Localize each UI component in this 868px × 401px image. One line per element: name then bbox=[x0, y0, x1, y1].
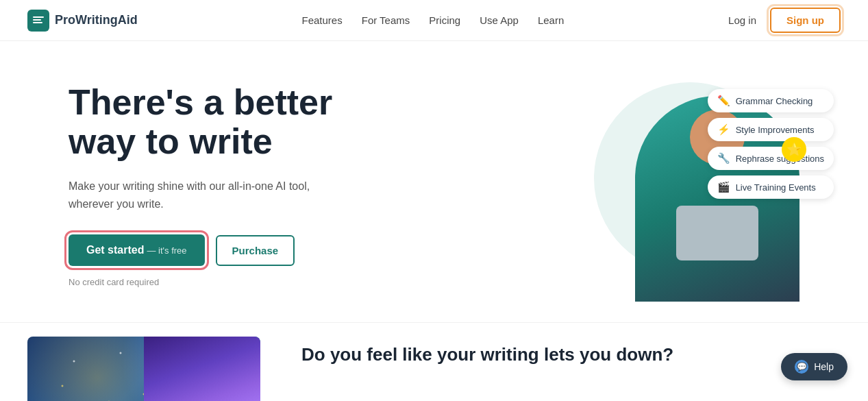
logo-link[interactable]: ProWritingAid bbox=[27, 10, 138, 32]
svg-rect-1 bbox=[33, 19, 41, 21]
feature-pills: ✏️ Grammar Checking ⚡ Style Improvements… bbox=[708, 89, 834, 199]
hero-title: There's a better way to write bbox=[69, 83, 441, 161]
bottom-title: Do you feel like your writing lets you d… bbox=[301, 343, 799, 367]
logo-icon bbox=[27, 10, 49, 32]
nav-features[interactable]: Features bbox=[302, 14, 343, 26]
bottom-section: Do you feel like your writing lets you d… bbox=[0, 322, 868, 401]
get-started-button[interactable]: Get started— it's free bbox=[69, 234, 205, 266]
logo-text: ProWritingAid bbox=[55, 13, 138, 27]
nav-links: Features For Teams Pricing Use App Learn bbox=[302, 14, 565, 27]
hero-buttons: Get started— it's free Purchase bbox=[69, 234, 441, 266]
pill-rephrase: 🔧 Rephrase suggestions bbox=[708, 147, 834, 170]
person-laptop bbox=[676, 206, 758, 260]
pill-grammar: ✏️ Grammar Checking bbox=[708, 89, 834, 112]
no-credit-card-note: No credit card required bbox=[69, 277, 441, 287]
chat-icon: 💬 bbox=[795, 360, 808, 374]
star-badge: ⭐ bbox=[782, 137, 806, 162]
nav-right: Log in Sign up bbox=[728, 8, 841, 33]
camera-icon: 🎬 bbox=[717, 181, 730, 193]
hero-content: There's a better way to write Make your … bbox=[69, 83, 441, 288]
signup-button[interactable]: Sign up bbox=[770, 8, 841, 33]
bottom-content: Do you feel like your writing lets you d… bbox=[301, 337, 799, 367]
nav-use-app[interactable]: Use App bbox=[480, 14, 519, 26]
bottom-artwork bbox=[27, 337, 260, 401]
hero-illustration: ⭐ ...and more! ✏️ Grammar Checking ⚡ Sty… bbox=[469, 69, 841, 302]
second-artwork bbox=[144, 337, 260, 401]
nav-for-teams[interactable]: For Teams bbox=[362, 14, 410, 26]
pill-style: ⚡ Style Improvements bbox=[708, 118, 834, 141]
svg-rect-2 bbox=[33, 22, 42, 23]
nav-pricing[interactable]: Pricing bbox=[429, 14, 460, 26]
hero-subtitle: Make your writing shine with our all-in-… bbox=[69, 178, 315, 212]
wrench-icon: 🔧 bbox=[717, 152, 730, 165]
login-link[interactable]: Log in bbox=[728, 14, 756, 26]
help-button[interactable]: 💬 Help bbox=[781, 353, 847, 380]
navbar: ProWritingAid Features For Teams Pricing… bbox=[0, 0, 868, 41]
artwork-container bbox=[27, 337, 260, 401]
svg-rect-0 bbox=[33, 16, 44, 18]
pill-training: 🎬 Live Training Events bbox=[708, 175, 834, 199]
purchase-button[interactable]: Purchase bbox=[216, 235, 295, 266]
lightning-icon: ⚡ bbox=[717, 123, 730, 136]
pencil-icon: ✏️ bbox=[717, 95, 730, 107]
hero-section: There's a better way to write Make your … bbox=[0, 41, 868, 315]
nav-learn[interactable]: Learn bbox=[538, 14, 564, 26]
